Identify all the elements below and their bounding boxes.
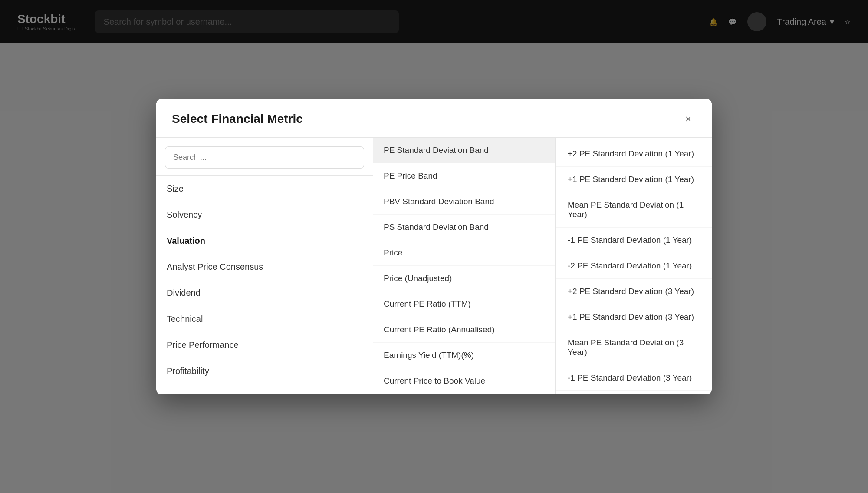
sub-metric-item-mean-pe-sd-3y[interactable]: Mean PE Standard Deviation (3 Year) [556,330,712,365]
sub-metric-item-minus2-pe-sd-3y[interactable]: -2 PE Standard Deviation (3 Year) [556,391,712,394]
category-item-size[interactable]: Size [156,176,373,202]
category-item-price-performance[interactable]: Price Performance [156,332,373,358]
sub-metric-item-plus1-pe-sd-1y[interactable]: +1 PE Standard Deviation (1 Year) [556,167,712,192]
modal-header: Select Financial Metric × [156,99,712,138]
metric-item-ps-standard-deviation-band[interactable]: PS Standard Deviation Band [373,215,555,240]
metric-item-pe-standard-deviation-band[interactable]: PE Standard Deviation Band [373,138,555,163]
search-input[interactable] [165,146,364,169]
sub-metric-item-minus1-pe-sd-3y[interactable]: -1 PE Standard Deviation (3 Year) [556,365,712,391]
search-container [156,138,373,176]
category-item-dividend[interactable]: Dividend [156,280,373,306]
metric-item-pe-price-band[interactable]: PE Price Band [373,163,555,189]
metric-item-current-price-to-book-value[interactable]: Current Price to Book Value [373,368,555,394]
metric-item-earnings-yield-ttm[interactable]: Earnings Yield (TTM)(%) [373,343,555,368]
sub-metric-item-plus2-pe-sd-3y[interactable]: +2 PE Standard Deviation (3 Year) [556,279,712,304]
metric-item-price-unadjusted[interactable]: Price (Unadjusted) [373,266,555,291]
metric-item-price-to-tang-book-value[interactable]: Price to Tang. Book Value (Quarter) [373,394,555,394]
sub-metric-item-minus1-pe-sd-1y[interactable]: -1 PE Standard Deviation (1 Year) [556,228,712,253]
category-list: SizeSolvencyValuationAnalyst Price Conse… [156,176,373,394]
sub-metric-item-plus1-pe-sd-3y[interactable]: +1 PE Standard Deviation (3 Year) [556,304,712,330]
metric-item-current-pe-ratio-annualised[interactable]: Current PE Ratio (Annualised) [373,317,555,343]
category-item-technical[interactable]: Technical [156,306,373,332]
select-financial-metric-modal: Select Financial Metric × SizeSolvencyVa… [156,99,712,394]
category-column: SizeSolvencyValuationAnalyst Price Conse… [156,138,373,394]
metric-item-current-pe-ratio-ttm[interactable]: Current PE Ratio (TTM) [373,291,555,317]
modal-title: Select Financial Metric [172,112,303,126]
modal-body: SizeSolvencyValuationAnalyst Price Conse… [156,138,712,394]
category-item-analyst-price-consensus[interactable]: Analyst Price Consensus [156,254,373,280]
sub-metric-item-mean-pe-sd-1y[interactable]: Mean PE Standard Deviation (1 Year) [556,192,712,228]
sub-metric-item-minus2-pe-sd-1y[interactable]: -2 PE Standard Deviation (1 Year) [556,253,712,279]
sub-metrics-column: +2 PE Standard Deviation (1 Year)+1 PE S… [556,138,712,394]
category-item-profitability[interactable]: Profitability [156,358,373,384]
metric-item-price[interactable]: Price [373,240,555,266]
modal-close-button[interactable]: × [681,111,696,127]
category-item-management-effectiveness[interactable]: Management Effectiveness [156,384,373,394]
category-item-solvency[interactable]: Solvency [156,202,373,228]
category-item-valuation[interactable]: Valuation [156,228,373,254]
metric-item-pbv-standard-deviation-band[interactable]: PBV Standard Deviation Band [373,189,555,215]
sub-metric-item-plus2-pe-sd-1y[interactable]: +2 PE Standard Deviation (1 Year) [556,141,712,167]
modal-overlay: Select Financial Metric × SizeSolvencyVa… [0,0,868,493]
metrics-column: PE Standard Deviation BandPE Price BandP… [373,138,556,394]
